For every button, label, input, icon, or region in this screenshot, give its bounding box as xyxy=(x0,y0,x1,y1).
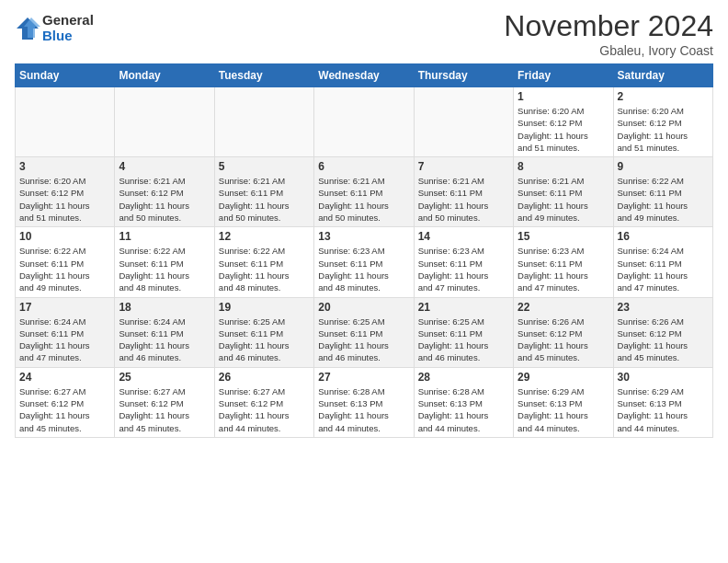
day-number: 11 xyxy=(119,230,210,243)
day-number: 8 xyxy=(518,160,609,173)
table-row: 19Sunrise: 6:25 AM Sunset: 6:11 PM Dayli… xyxy=(214,297,313,367)
table-row: 14Sunrise: 6:23 AM Sunset: 6:11 PM Dayli… xyxy=(414,227,513,297)
day-number: 27 xyxy=(318,371,409,384)
table-row: 6Sunrise: 6:21 AM Sunset: 6:11 PM Daylig… xyxy=(314,157,414,227)
day-info: Sunrise: 6:28 AM Sunset: 6:13 PM Dayligh… xyxy=(318,385,409,434)
header-row-days: Sunday Monday Tuesday Wednesday Thursday… xyxy=(16,64,713,87)
table-row: 21Sunrise: 6:25 AM Sunset: 6:11 PM Dayli… xyxy=(414,297,513,367)
day-number: 18 xyxy=(119,301,210,314)
calendar-week-row: 10Sunrise: 6:22 AM Sunset: 6:11 PM Dayli… xyxy=(16,227,713,297)
day-info: Sunrise: 6:22 AM Sunset: 6:11 PM Dayligh… xyxy=(19,245,110,293)
table-row: 30Sunrise: 6:29 AM Sunset: 6:13 PM Dayli… xyxy=(613,367,712,437)
day-number: 28 xyxy=(418,371,509,384)
day-number: 29 xyxy=(518,371,609,384)
calendar-table: Sunday Monday Tuesday Wednesday Thursday… xyxy=(15,63,713,438)
header-sunday: Sunday xyxy=(16,64,115,87)
day-info: Sunrise: 6:23 AM Sunset: 6:11 PM Dayligh… xyxy=(518,245,609,293)
day-info: Sunrise: 6:29 AM Sunset: 6:13 PM Dayligh… xyxy=(618,385,709,434)
day-info: Sunrise: 6:27 AM Sunset: 6:12 PM Dayligh… xyxy=(119,385,210,434)
day-info: Sunrise: 6:24 AM Sunset: 6:11 PM Dayligh… xyxy=(119,316,210,364)
day-info: Sunrise: 6:25 AM Sunset: 6:11 PM Dayligh… xyxy=(219,316,310,364)
day-info: Sunrise: 6:22 AM Sunset: 6:11 PM Dayligh… xyxy=(618,175,709,224)
day-number: 20 xyxy=(318,301,409,314)
header-row: General Blue November 2024 Gbaleu, Ivory… xyxy=(15,9,713,58)
day-number: 22 xyxy=(518,301,609,314)
table-row: 5Sunrise: 6:21 AM Sunset: 6:11 PM Daylig… xyxy=(214,157,313,227)
day-info: Sunrise: 6:25 AM Sunset: 6:11 PM Dayligh… xyxy=(418,316,509,364)
table-row xyxy=(314,87,414,157)
table-row: 7Sunrise: 6:21 AM Sunset: 6:11 PM Daylig… xyxy=(414,157,513,227)
day-number: 15 xyxy=(518,230,609,243)
day-info: Sunrise: 6:24 AM Sunset: 6:11 PM Dayligh… xyxy=(618,245,709,293)
calendar-week-row: 17Sunrise: 6:24 AM Sunset: 6:11 PM Dayli… xyxy=(16,297,713,367)
day-number: 4 xyxy=(119,160,210,173)
day-number: 9 xyxy=(618,160,709,173)
day-info: Sunrise: 6:27 AM Sunset: 6:12 PM Dayligh… xyxy=(19,385,110,434)
day-number: 17 xyxy=(19,301,110,314)
table-row: 2Sunrise: 6:20 AM Sunset: 6:12 PM Daylig… xyxy=(613,87,712,157)
header-tuesday: Tuesday xyxy=(214,64,313,87)
table-row: 11Sunrise: 6:22 AM Sunset: 6:11 PM Dayli… xyxy=(115,227,214,297)
title-block: November 2024 Gbaleu, Ivory Coast xyxy=(504,9,713,58)
day-number: 14 xyxy=(418,230,509,243)
table-row xyxy=(414,87,513,157)
day-info: Sunrise: 6:22 AM Sunset: 6:11 PM Dayligh… xyxy=(119,245,210,293)
day-number: 1 xyxy=(518,90,609,103)
day-info: Sunrise: 6:23 AM Sunset: 6:11 PM Dayligh… xyxy=(418,245,509,293)
day-info: Sunrise: 6:27 AM Sunset: 6:12 PM Dayligh… xyxy=(219,385,310,434)
calendar-week-row: 3Sunrise: 6:20 AM Sunset: 6:12 PM Daylig… xyxy=(16,157,713,227)
day-info: Sunrise: 6:20 AM Sunset: 6:12 PM Dayligh… xyxy=(518,105,609,154)
month-title: November 2024 xyxy=(504,9,713,43)
day-number: 7 xyxy=(418,160,509,173)
day-info: Sunrise: 6:29 AM Sunset: 6:13 PM Dayligh… xyxy=(518,385,609,434)
day-number: 12 xyxy=(219,230,310,243)
table-row: 3Sunrise: 6:20 AM Sunset: 6:12 PM Daylig… xyxy=(16,157,115,227)
table-row xyxy=(16,87,115,157)
day-info: Sunrise: 6:22 AM Sunset: 6:11 PM Dayligh… xyxy=(219,245,310,293)
table-row: 15Sunrise: 6:23 AM Sunset: 6:11 PM Dayli… xyxy=(514,227,613,297)
day-info: Sunrise: 6:28 AM Sunset: 6:13 PM Dayligh… xyxy=(418,385,509,434)
day-number: 24 xyxy=(19,371,110,384)
day-number: 2 xyxy=(618,90,709,103)
table-row: 29Sunrise: 6:29 AM Sunset: 6:13 PM Dayli… xyxy=(514,367,613,437)
table-row xyxy=(214,87,313,157)
logo-text: General Blue xyxy=(42,13,94,43)
day-number: 30 xyxy=(618,371,709,384)
day-info: Sunrise: 6:21 AM Sunset: 6:11 PM Dayligh… xyxy=(418,175,509,224)
table-row: 1Sunrise: 6:20 AM Sunset: 6:12 PM Daylig… xyxy=(514,87,613,157)
table-row: 26Sunrise: 6:27 AM Sunset: 6:12 PM Dayli… xyxy=(214,367,313,437)
day-info: Sunrise: 6:21 AM Sunset: 6:12 PM Dayligh… xyxy=(119,175,210,224)
table-row: 13Sunrise: 6:23 AM Sunset: 6:11 PM Dayli… xyxy=(314,227,414,297)
logo-icon xyxy=(15,16,40,41)
day-info: Sunrise: 6:20 AM Sunset: 6:12 PM Dayligh… xyxy=(618,105,709,154)
day-info: Sunrise: 6:26 AM Sunset: 6:12 PM Dayligh… xyxy=(518,316,609,364)
calendar-container: General Blue November 2024 Gbaleu, Ivory… xyxy=(0,0,728,447)
logo: General Blue xyxy=(15,13,94,43)
header-thursday: Thursday xyxy=(414,64,513,87)
day-number: 23 xyxy=(618,301,709,314)
day-number: 19 xyxy=(219,301,310,314)
day-number: 26 xyxy=(219,371,310,384)
day-number: 10 xyxy=(19,230,110,243)
logo-general: General xyxy=(42,13,94,29)
day-info: Sunrise: 6:24 AM Sunset: 6:11 PM Dayligh… xyxy=(19,316,110,364)
day-info: Sunrise: 6:20 AM Sunset: 6:12 PM Dayligh… xyxy=(19,175,110,224)
table-row: 12Sunrise: 6:22 AM Sunset: 6:11 PM Dayli… xyxy=(214,227,313,297)
day-number: 25 xyxy=(119,371,210,384)
table-row: 25Sunrise: 6:27 AM Sunset: 6:12 PM Dayli… xyxy=(115,367,214,437)
day-number: 21 xyxy=(418,301,509,314)
header-saturday: Saturday xyxy=(613,64,712,87)
table-row xyxy=(115,87,214,157)
day-number: 5 xyxy=(219,160,310,173)
calendar-week-row: 24Sunrise: 6:27 AM Sunset: 6:12 PM Dayli… xyxy=(16,367,713,437)
location-subtitle: Gbaleu, Ivory Coast xyxy=(504,43,713,58)
day-info: Sunrise: 6:21 AM Sunset: 6:11 PM Dayligh… xyxy=(219,175,310,224)
header-wednesday: Wednesday xyxy=(314,64,414,87)
calendar-week-row: 1Sunrise: 6:20 AM Sunset: 6:12 PM Daylig… xyxy=(16,87,713,157)
header-monday: Monday xyxy=(115,64,214,87)
day-number: 3 xyxy=(19,160,110,173)
day-info: Sunrise: 6:23 AM Sunset: 6:11 PM Dayligh… xyxy=(318,245,409,293)
table-row: 9Sunrise: 6:22 AM Sunset: 6:11 PM Daylig… xyxy=(613,157,712,227)
table-row: 16Sunrise: 6:24 AM Sunset: 6:11 PM Dayli… xyxy=(613,227,712,297)
table-row: 24Sunrise: 6:27 AM Sunset: 6:12 PM Dayli… xyxy=(16,367,115,437)
